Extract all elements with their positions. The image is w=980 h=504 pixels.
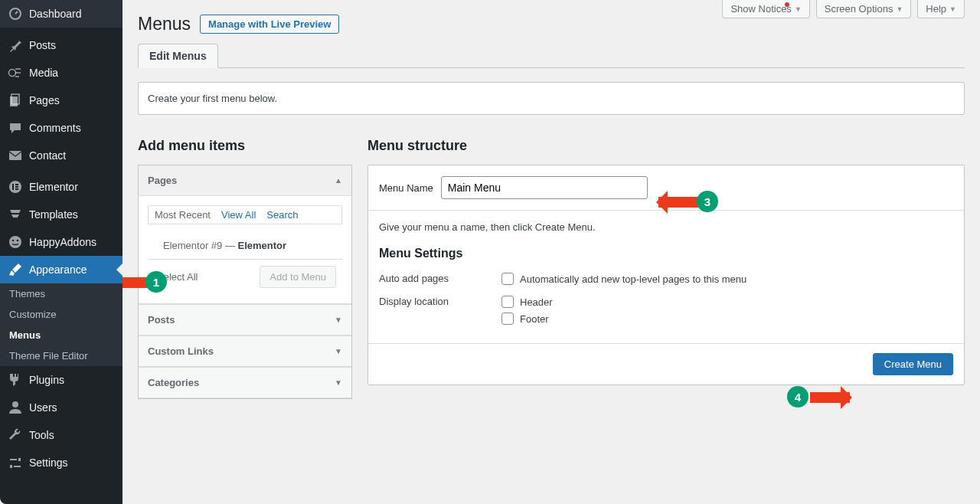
brush-icon — [8, 262, 23, 277]
accordion-categories-header[interactable]: Categories ▼ — [139, 367, 351, 398]
caret-down-icon: ▼ — [896, 5, 903, 13]
sidebar-item-plugins[interactable]: Plugins — [0, 366, 122, 394]
sidebar-label: Comments — [29, 122, 81, 134]
sidebar-label: Tools — [29, 429, 54, 441]
menu-items-accordion: Pages ▲ Most Recent View All Search Elem… — [138, 165, 352, 399]
submenu-menus[interactable]: Menus — [0, 325, 122, 345]
accordion-customlinks-header[interactable]: Custom Links ▼ — [139, 335, 351, 367]
help-label: Help — [926, 3, 946, 15]
accordion-pages-header[interactable]: Pages ▲ — [139, 165, 351, 196]
svg-rect-6 — [12, 184, 14, 190]
add-to-menu-button[interactable]: Add to Menu — [260, 266, 336, 288]
first-menu-notice: Create your first menu below. — [138, 82, 965, 115]
submenu-themes[interactable]: Themes — [0, 283, 122, 304]
sidebar-item-comments[interactable]: Comments — [0, 114, 122, 142]
add-menu-items-heading: Add menu items — [138, 138, 352, 154]
page-title: Menus — [138, 14, 191, 34]
accordion-categories-label: Categories — [148, 377, 199, 388]
accordion-pages-body: Most Recent View All Search Elementor #9… — [139, 196, 351, 304]
gauge-icon — [8, 6, 23, 21]
screen-options-button[interactable]: Screen Options ▼ — [816, 0, 912, 18]
sidebar-label: Settings — [29, 457, 68, 469]
help-button[interactable]: Help ▼ — [917, 0, 965, 18]
page-list-item[interactable]: Elementor #9 — Elementor — [148, 232, 342, 259]
sidebar-label: Appearance — [29, 263, 87, 276]
wrench-icon — [8, 427, 23, 443]
location-footer-checkbox[interactable] — [501, 313, 514, 325]
caret-down-icon: ▼ — [949, 5, 956, 13]
sidebar-item-pages[interactable]: Pages — [0, 87, 122, 114]
sliders-icon — [8, 455, 23, 470]
location-header-text: Header — [520, 296, 553, 308]
sidebar-item-posts[interactable]: Posts — [0, 31, 122, 59]
menu-settings-heading: Menu Settings — [379, 247, 953, 260]
tab-edit-menus[interactable]: Edit Menus — [138, 44, 218, 68]
templates-icon — [8, 207, 23, 222]
annotation-badge-1: 1 — [145, 271, 167, 293]
chevron-up-icon: ▲ — [335, 176, 342, 185]
svg-point-1 — [9, 70, 16, 77]
media-icon — [8, 65, 23, 80]
sidebar-label: Templates — [29, 208, 78, 221]
appearance-submenu: Themes Customize Menus Theme File Editor — [0, 283, 122, 366]
screen-meta-controls: Show Notices ▼ Screen Options ▼ Help ▼ — [722, 0, 965, 18]
display-location-label: Display location — [379, 296, 463, 307]
create-menu-button[interactable]: Create Menu — [873, 353, 953, 375]
menu-name-input[interactable] — [441, 176, 648, 199]
sidebar-label: Pages — [29, 94, 60, 106]
happyaddons-icon — [8, 234, 23, 250]
page-item-name: Elementor — [238, 240, 287, 251]
user-icon — [8, 400, 23, 415]
subtab-search[interactable]: Search — [266, 209, 298, 221]
svg-point-13 — [12, 401, 18, 407]
sidebar-item-media[interactable]: Media — [0, 59, 122, 87]
sidebar-item-templates[interactable]: Templates — [0, 201, 122, 228]
page-item-prefix: Elementor #9 — — [163, 240, 238, 251]
location-header-checkbox[interactable] — [501, 296, 514, 308]
subtab-most-recent[interactable]: Most Recent — [155, 209, 211, 221]
accordion-customlinks-label: Custom Links — [148, 345, 214, 357]
chevron-down-icon: ▼ — [335, 378, 342, 387]
sidebar-item-dashboard[interactable]: Dashboard — [0, 0, 122, 28]
svg-point-11 — [12, 240, 15, 242]
notice-dot-icon — [785, 2, 789, 7]
submenu-customize[interactable]: Customize — [0, 304, 122, 325]
sidebar-label: Plugins — [29, 374, 64, 386]
chevron-down-icon: ▼ — [335, 347, 342, 355]
manage-live-preview-button[interactable]: Manage with Live Preview — [200, 15, 339, 34]
sidebar-label: Media — [29, 67, 58, 79]
menu-structure-heading: Menu structure — [368, 138, 965, 154]
chevron-down-icon: ▼ — [335, 316, 342, 324]
show-notices-button[interactable]: Show Notices ▼ — [722, 0, 809, 18]
annotation-badge-4: 4 — [787, 386, 808, 407]
submenu-theme-file-editor[interactable]: Theme File Editor — [0, 345, 122, 366]
sidebar-label: Contact — [29, 149, 66, 162]
sidebar-item-settings[interactable]: Settings — [0, 449, 122, 476]
menu-hint-text: Give your menu a name, then click Create… — [379, 221, 596, 233]
sidebar-item-appearance[interactable]: Appearance — [0, 256, 122, 283]
svg-point-10 — [9, 236, 21, 248]
menu-name-label: Menu Name — [379, 182, 433, 194]
svg-rect-4 — [9, 151, 21, 160]
sidebar-label: Users — [29, 401, 57, 414]
plug-icon — [8, 372, 23, 388]
annotation-arrow-1 — [122, 277, 147, 288]
auto-add-pages-checkbox[interactable] — [501, 273, 514, 285]
sidebar-label: Dashboard — [29, 8, 82, 20]
sidebar-item-elementor[interactable]: Elementor — [0, 173, 122, 201]
screen-options-label: Screen Options — [825, 3, 893, 15]
svg-rect-8 — [15, 186, 18, 188]
svg-point-12 — [17, 240, 19, 242]
sidebar-item-contact[interactable]: Contact — [0, 142, 122, 169]
sidebar-label: Elementor — [29, 181, 78, 193]
sidebar-item-tools[interactable]: Tools — [0, 421, 122, 449]
sidebar-item-happyaddons[interactable]: HappyAddons — [0, 228, 122, 256]
annotation-arrow-3 — [658, 197, 698, 208]
annotation-badge-3: 3 — [697, 191, 718, 212]
accordion-posts-header[interactable]: Posts ▼ — [139, 304, 351, 335]
sidebar-item-users[interactable]: Users — [0, 394, 122, 421]
pages-icon — [8, 93, 23, 108]
pin-icon — [8, 38, 23, 53]
subtab-view-all[interactable]: View All — [221, 209, 256, 221]
location-footer-text: Footer — [520, 313, 549, 325]
